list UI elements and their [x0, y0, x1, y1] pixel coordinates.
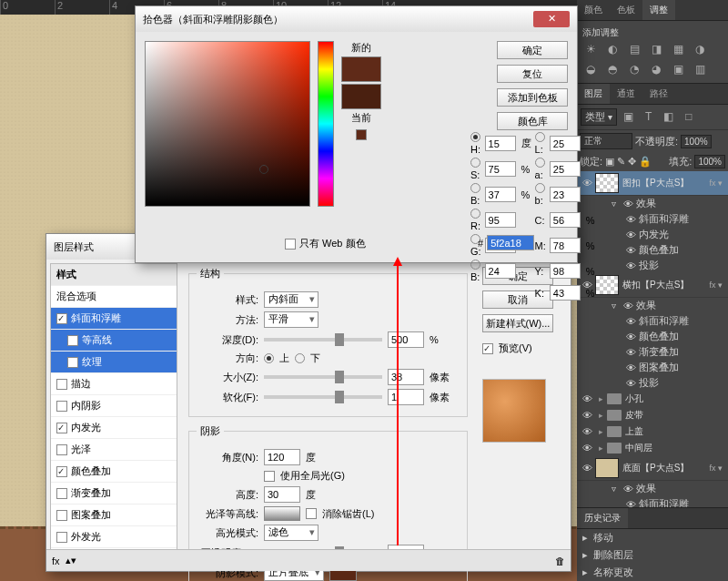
l-input[interactable]: [550, 136, 581, 151]
layer-folder[interactable]: 👁▸上盖: [577, 423, 728, 440]
r-input[interactable]: [485, 212, 516, 228]
checkbox[interactable]: [67, 335, 78, 346]
levels-icon[interactable]: ◐: [604, 43, 621, 57]
tab-adjustments[interactable]: 调整: [642, 0, 675, 20]
invert-icon[interactable]: ▥: [692, 63, 708, 77]
color-cursor[interactable]: [259, 165, 268, 174]
preview-checkbox[interactable]: [482, 343, 493, 354]
style-color-overlay[interactable]: 颜色叠加: [51, 461, 177, 483]
vibrance-icon[interactable]: ▦: [670, 43, 686, 57]
layer-folder[interactable]: 👁▸中间层: [577, 440, 728, 456]
fx-badge[interactable]: fx ▾: [705, 464, 726, 473]
altitude-input[interactable]: [264, 486, 300, 503]
bb-radio[interactable]: [535, 183, 545, 193]
layer-folder[interactable]: 👁▸小孔: [577, 391, 728, 407]
checkbox[interactable]: [56, 313, 67, 324]
filter-pixel-icon[interactable]: ▣: [621, 110, 637, 125]
fx-icon[interactable]: fx: [52, 556, 60, 566]
dir-up-radio[interactable]: [264, 353, 274, 363]
style-bevel[interactable]: 斜面和浮雕: [51, 308, 177, 330]
checkbox[interactable]: [56, 466, 67, 477]
style-contour[interactable]: 等高线: [51, 330, 177, 352]
effect-item[interactable]: 👁斜面和浮雕: [577, 313, 728, 329]
y-input[interactable]: [550, 263, 581, 279]
reset-button[interactable]: 复位: [497, 65, 568, 83]
opacity-value[interactable]: 100%: [681, 135, 712, 148]
color-field[interactable]: [145, 41, 310, 207]
layer-row[interactable]: 👁图扣【P大点S】fx ▾: [577, 171, 728, 196]
styles-header[interactable]: 样式: [51, 264, 177, 286]
checkbox[interactable]: [56, 488, 67, 499]
checkbox[interactable]: [56, 510, 67, 521]
websafe-swatch[interactable]: [356, 129, 367, 140]
exposure-icon[interactable]: ◨: [648, 43, 664, 57]
effect-item[interactable]: 👁渐变叠加: [577, 344, 728, 360]
ok-button[interactable]: 确定: [497, 41, 568, 59]
lock-position-icon[interactable]: ✥: [628, 156, 636, 168]
highlight-mode-select[interactable]: 滤色: [264, 525, 318, 541]
effect-item[interactable]: 👁颜色叠加: [577, 329, 728, 344]
style-inner-glow[interactable]: 内发光: [51, 417, 177, 439]
chevron-icon[interactable]: ▴▾: [66, 555, 76, 566]
history-item[interactable]: ▸删除图层: [577, 546, 728, 564]
fill-value[interactable]: 100%: [694, 155, 725, 168]
size-input[interactable]: [388, 369, 424, 385]
a-input[interactable]: [550, 161, 581, 177]
web-colors-checkbox[interactable]: [285, 239, 296, 250]
tab-paths[interactable]: 路径: [642, 84, 675, 104]
layer-name[interactable]: 横扣【P大点S】: [622, 279, 705, 291]
tab-channels[interactable]: 通道: [610, 84, 642, 104]
new-style-button[interactable]: 新建样式(W)...: [482, 314, 553, 332]
curves-icon[interactable]: ▤: [626, 43, 642, 57]
technique-select[interactable]: 平滑: [264, 311, 318, 328]
style-inner-shadow[interactable]: 内阴影: [51, 395, 177, 417]
style-satin[interactable]: 光泽: [51, 439, 177, 461]
effect-item[interactable]: 👁投影: [577, 375, 728, 391]
effect-item[interactable]: 👁颜色叠加: [577, 242, 728, 258]
s-radio[interactable]: [470, 158, 480, 168]
lock-transparent-icon[interactable]: ▣: [605, 156, 614, 168]
fx-badge[interactable]: fx ▾: [705, 280, 726, 290]
checkbox[interactable]: [67, 357, 78, 368]
bch-radio[interactable]: [470, 260, 480, 270]
layer-row[interactable]: 👁横扣【P大点S】fx ▾: [577, 273, 728, 298]
layer-thumbnail[interactable]: [595, 275, 619, 295]
m-input[interactable]: [550, 238, 581, 253]
filter-smart-icon[interactable]: □: [681, 110, 697, 125]
current-color-swatch[interactable]: [341, 84, 381, 109]
effects-header[interactable]: 👁效果: [577, 298, 728, 313]
h-radio[interactable]: [470, 132, 480, 142]
filter-shape-icon[interactable]: ◧: [661, 110, 677, 125]
fx-badge[interactable]: fx ▾: [705, 178, 726, 188]
c-input[interactable]: [550, 212, 581, 228]
b-radio[interactable]: [470, 183, 480, 193]
style-pattern-overlay[interactable]: 图案叠加: [51, 505, 177, 526]
r-radio[interactable]: [470, 209, 480, 219]
tab-color[interactable]: 颜色: [577, 0, 610, 20]
effect-item[interactable]: 👁投影: [577, 258, 728, 273]
k-input[interactable]: [550, 285, 581, 301]
lock-pixels-icon[interactable]: ✎: [617, 156, 625, 168]
layer-thumbnail[interactable]: [595, 173, 619, 193]
s-input[interactable]: [485, 161, 516, 177]
effect-item[interactable]: 👁图案叠加: [577, 360, 728, 375]
lookup-icon[interactable]: ▣: [670, 63, 686, 77]
close-button[interactable]: ✕: [533, 11, 570, 27]
hex-input[interactable]: [487, 235, 534, 250]
gloss-contour-picker[interactable]: [264, 506, 300, 521]
effect-item[interactable]: 👁斜面和浮雕: [577, 211, 728, 227]
effect-item[interactable]: 👁内发光: [577, 227, 728, 242]
checkbox[interactable]: [56, 444, 67, 455]
blend-options[interactable]: 混合选项: [51, 286, 177, 308]
history-item[interactable]: ▸名称更改: [577, 564, 728, 581]
layer-name[interactable]: 图扣【P大点S】: [622, 177, 705, 189]
global-light-checkbox[interactable]: [264, 471, 275, 482]
bw-icon[interactable]: ◓: [604, 63, 621, 77]
layer-filter-kind[interactable]: 类型 ▾: [581, 108, 617, 126]
bv-input[interactable]: [485, 187, 516, 202]
brightness-icon[interactable]: ☀: [582, 43, 599, 57]
h-input[interactable]: [485, 136, 516, 151]
angle-input[interactable]: [264, 449, 300, 465]
trash-icon[interactable]: 🗑: [555, 556, 565, 566]
antialias-checkbox[interactable]: [306, 508, 317, 519]
